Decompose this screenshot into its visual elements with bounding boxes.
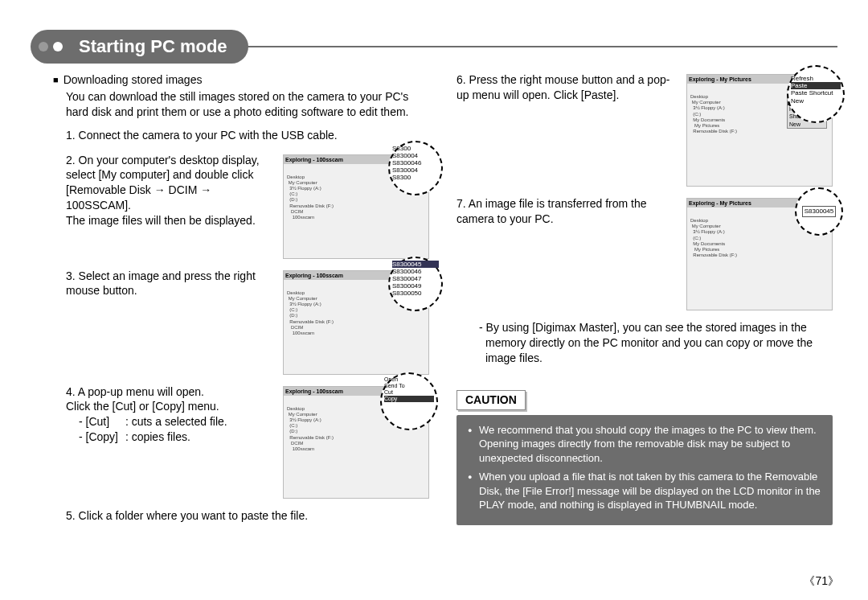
step-5-text: 5. Click a folder where you want to past… [66, 508, 429, 524]
caution-body: We recommend that you should copy the im… [457, 415, 833, 525]
highlight-circle-icon: S8300045 [795, 187, 843, 236]
header-rule [240, 46, 837, 47]
page-number: 《71》 [804, 574, 839, 589]
left-column: ■ Downloading stored images You can down… [53, 72, 429, 532]
step-3-text: 3. Select an image and press the right m… [66, 269, 275, 375]
step-4a: 4. A pop-up menu will open. [66, 384, 275, 400]
step-7: 7. An image file is transferred from the… [457, 196, 833, 310]
section-title-text: Downloading stored images [63, 72, 203, 88]
ctx-item: Open [384, 376, 434, 383]
file-item: S8300050 [392, 290, 439, 297]
folder-tree: Desktop My Computer 3½ Floppy (A:) (C:) … [287, 406, 334, 453]
folder-tree: Desktop My Computer 3½ Floppy (A:) (C:) … [690, 94, 737, 134]
file-item: S8300046 [392, 159, 439, 166]
step-2b: The image files will then be displayed. [66, 213, 275, 228]
step-2a: 2. On your computer's desktop display, s… [66, 153, 275, 214]
step-4-text: 4. A pop-up menu will open. Click the [C… [66, 384, 275, 499]
highlight-circle-icon: S8300045 S8300046 S8300047 S8300049 S830… [388, 257, 443, 311]
file-item-selected: S8300045 [392, 261, 439, 268]
digimax-note: - By using [Digimax Master], you can see… [479, 320, 833, 366]
step-1-text: 1. Connect the camera to your PC with th… [66, 128, 429, 143]
file-item-selected: S8300045 [802, 206, 836, 216]
ctx-item: Send To [384, 383, 434, 389]
step-6-text: 6. Press the right mouse button and a po… [457, 72, 678, 187]
file-item: S8300049 [392, 282, 439, 290]
copy-label: - [Copy] [79, 429, 122, 445]
step-4d: - [Copy] : copies files. [79, 429, 275, 445]
highlight-circle-icon: S8300 S830004 S8300046 S830004 S8300 [388, 141, 443, 195]
page-content: ■ Downloading stored images You can down… [53, 72, 833, 532]
step-5: 5. Click a folder where you want to past… [66, 508, 429, 524]
ctx-item-hl: Copy [384, 396, 434, 402]
step-4b: Click the [Cut] or [Copy] menu. [66, 399, 275, 414]
step-2: 2. On your computer's desktop display, s… [66, 153, 429, 259]
step-6-screenshot: Exploring - My Pictures Desktop My Compu… [686, 74, 833, 187]
page-header: Starting PC mode [31, 27, 837, 66]
step-3-screenshot: Exploring - 100sscam Desktop My Computer… [283, 270, 429, 375]
file-item: S8300 [392, 174, 439, 181]
step-1: 1. Connect the camera to your PC with th… [66, 128, 429, 143]
cut-desc: : cuts a selected file. [125, 415, 227, 428]
file-item: S830004 [392, 152, 439, 159]
ctx-item-hl: Paste [791, 82, 841, 89]
file-item: S830004 [392, 166, 439, 174]
bullet-icon: ■ [53, 74, 59, 86]
highlight-circle-icon: Refresh Paste Paste Shortcut New [787, 65, 845, 123]
ctx-item: Paste Shortcut [791, 89, 841, 97]
caution-item: We recommend that you should copy the im… [468, 423, 821, 466]
step-7-screenshot: Exploring - My Pictures Desktop My Compu… [686, 198, 833, 310]
step-4-screenshot: Exploring - 100sscam Desktop My Computer… [283, 386, 429, 499]
page-title: Starting PC mode [31, 30, 248, 64]
caution-label: CAUTION [457, 390, 526, 410]
copy-desc: : copies files. [125, 430, 190, 443]
cut-label: - [Cut] [79, 414, 122, 429]
ctx-item: New [791, 97, 841, 105]
step-2-screenshot: Exploring - 100sscam Desktop My Computer… [283, 154, 429, 259]
folder-tree: Desktop My Computer 3½ Floppy (A:) (C:) … [287, 175, 334, 221]
step-2-text: 2. On your computer's desktop display, s… [66, 153, 275, 228]
step-4: 4. A pop-up menu will open. Click the [C… [66, 384, 429, 499]
caution-item: When you upload a file that is not taken… [468, 470, 821, 512]
step-6: 6. Press the right mouse button and a po… [457, 72, 833, 187]
right-column: 6. Press the right mouse button and a po… [457, 72, 833, 532]
folder-tree: Desktop My Computer 3½ Floppy (A:) (C:) … [690, 218, 737, 258]
step-3: 3. Select an image and press the right m… [66, 269, 429, 375]
file-item: S8300 [392, 145, 439, 152]
ctx-item: Cut [384, 389, 434, 396]
intro-text: You can download the still images stored… [66, 89, 429, 120]
folder-tree: Desktop My Computer 3½ Floppy (A:) (C:) … [287, 290, 334, 337]
caution-section: CAUTION We recommend that you should cop… [457, 390, 833, 525]
step-7-text: 7. An image file is transferred from the… [457, 196, 678, 310]
highlight-circle-icon: Open Send To Cut Copy [380, 372, 438, 430]
file-item: S8300047 [392, 275, 439, 282]
step-4c: - [Cut] : cuts a selected file. [79, 414, 275, 429]
section-title: ■ Downloading stored images [53, 72, 429, 88]
file-item: S8300046 [392, 268, 439, 275]
ctx-item: Refresh [791, 75, 841, 82]
